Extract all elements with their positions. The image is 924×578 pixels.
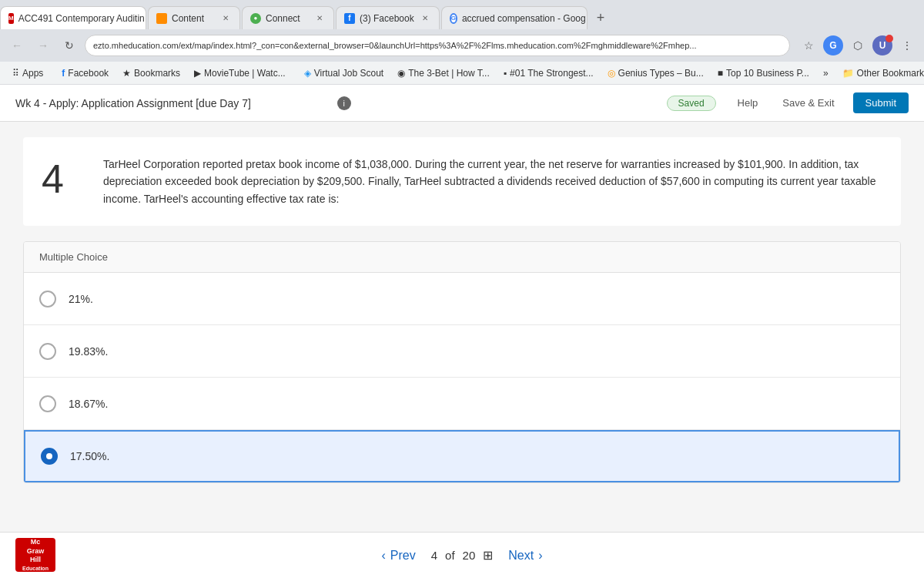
choice-label-1: 21%.	[69, 293, 93, 305]
tab-fb[interactable]: f (3) Facebook ✕	[336, 6, 440, 29]
total-pages: 20	[463, 549, 476, 562]
folder-icon: 📁	[842, 68, 854, 79]
top-bar: Wk 4 - Apply: Application Assignment [du…	[0, 85, 924, 122]
favicon-connect-icon: ●	[250, 13, 261, 24]
logo-line3: Hill	[30, 556, 41, 565]
page-content: Wk 4 - Apply: Application Assignment [du…	[0, 85, 924, 578]
profile-circle-icon[interactable]: G	[822, 35, 844, 56]
nav-position: 4 of 20 ⊞	[431, 548, 494, 563]
bookmark-apps-label: Apps	[22, 68, 43, 79]
favicon-g-icon: G	[450, 13, 457, 24]
bookmark-business-label: Top 10 Business P...	[726, 68, 809, 79]
question-number: 4	[42, 156, 88, 207]
bookmark-strongest-label: #01 The Strongest...	[510, 68, 594, 79]
extensions-icon[interactable]: ⬡	[847, 35, 869, 56]
logo-line2: Graw	[27, 547, 45, 556]
bookmark-genius-label: Genius Types – Bu...	[618, 68, 704, 79]
tab-connect-label: Connect	[266, 13, 300, 24]
fb-bookmark-icon: f	[62, 68, 65, 79]
bet-icon: ◉	[397, 68, 405, 79]
choice-radio-2[interactable]	[39, 343, 56, 360]
choice-row-2[interactable]: 19.83%.	[24, 325, 900, 378]
top-bar-actions: Help Save & Exit Submit	[732, 92, 909, 113]
profile-button[interactable]: U	[872, 35, 893, 56]
strongest-icon: ▪	[504, 68, 507, 79]
tab-content[interactable]: Content ✕	[148, 6, 240, 29]
choice-label-3: 18.67%.	[69, 398, 108, 410]
bookmark-jobscout-label: Virtual Job Scout	[314, 68, 384, 79]
question-text: TarHeel Corporation reported pretax book…	[103, 156, 882, 207]
choice-row-3[interactable]: 18.67%.	[24, 378, 900, 430]
tab-acc-label: ACC491 Contemporary Auditin	[18, 13, 145, 24]
address-bar: ← → ↻ ezto.mheducation.com/ext/map/index…	[0, 29, 924, 62]
bookmark-genius[interactable]: ◎ Genius Types – Bu...	[601, 64, 710, 82]
bookmark-movietube[interactable]: ▶ MovieTube | Watc...	[188, 64, 292, 82]
tab-fb-label: (3) Facebook	[360, 13, 414, 24]
question-area: 4 TarHeel Corporation reported pretax bo…	[0, 122, 924, 532]
apps-icon: ⠿	[12, 68, 19, 79]
bookmark-other[interactable]: 📁 Other Bookmarks	[836, 64, 924, 82]
profile-avatar: G	[823, 35, 843, 55]
favicon-acc-icon: M	[8, 13, 14, 24]
choices-card: Multiple Choice 21%. 19.83%. 18.67%. 17.…	[23, 241, 901, 483]
bookmark-bet-label: The 3-Bet | How T...	[408, 68, 490, 79]
genius-icon: ◎	[608, 68, 615, 79]
choice-row-4[interactable]: 17.50%.	[24, 430, 900, 482]
prev-label: Prev	[390, 549, 416, 563]
tab-content-label: Content	[172, 13, 204, 24]
info-icon[interactable]: i	[337, 96, 351, 110]
choice-row-1[interactable]: 21%.	[24, 273, 900, 325]
movietube-icon: ▶	[194, 68, 201, 79]
more-label: »	[823, 68, 829, 79]
next-chevron-icon: ›	[538, 549, 542, 563]
choice-radio-3[interactable]	[39, 395, 56, 412]
tab-google-label: accrued compensation - Goog	[462, 13, 586, 24]
bookmark-apps[interactable]: ⠿ Apps	[6, 64, 49, 82]
choice-label-2: 19.83%.	[69, 345, 108, 358]
choice-label-4: 17.50%.	[70, 450, 109, 462]
business-icon: ■	[718, 68, 723, 79]
tab-bar: M ACC491 Contemporary Auditin ✕ Content …	[0, 0, 924, 29]
mcgraw-hill-logo: Mc Graw Hill Education	[15, 538, 55, 572]
address-input[interactable]: ezto.mheducation.com/ext/map/index.html?…	[85, 35, 790, 56]
next-label: Next	[508, 549, 534, 563]
choice-radio-1[interactable]	[39, 291, 56, 307]
bookmark-business[interactable]: ■ Top 10 Business P...	[711, 64, 815, 82]
save-exit-button[interactable]: Save & Exit	[776, 94, 840, 112]
bookmark-facebook-label: Facebook	[68, 68, 109, 79]
question-card: 4 TarHeel Corporation reported pretax bo…	[23, 137, 901, 226]
back-button[interactable]: ←	[6, 35, 28, 56]
bookmark-jobscout[interactable]: ◈ Virtual Job Scout	[298, 64, 390, 82]
bookmark-strongest[interactable]: ▪ #01 The Strongest...	[497, 64, 600, 82]
prev-button[interactable]: ‹ Prev	[381, 549, 415, 563]
tab-connect[interactable]: ● Connect ✕	[242, 6, 334, 29]
of-label: of	[445, 549, 455, 562]
reload-button[interactable]: ↻	[59, 35, 80, 56]
menu-icon[interactable]: ⋮	[896, 35, 918, 56]
bookmark-bookmarks[interactable]: ★ Bookmarks	[116, 64, 186, 82]
jobscout-icon: ◈	[304, 68, 311, 79]
forward-button[interactable]: →	[32, 35, 54, 56]
tab-acc[interactable]: M ACC491 Contemporary Auditin ✕	[0, 6, 146, 29]
tab-connect-close[interactable]: ✕	[313, 12, 326, 25]
favicon-content-icon	[156, 13, 167, 24]
bookmark-bet[interactable]: ◉ The 3-Bet | How T...	[391, 64, 496, 82]
bookmarks-bar: ⠿ Apps f Facebook ★ Bookmarks ▶ MovieTub…	[0, 62, 924, 85]
grid-icon[interactable]: ⊞	[483, 548, 493, 563]
submit-button[interactable]: Submit	[853, 92, 909, 113]
next-button[interactable]: Next ›	[508, 549, 542, 563]
bookmark-facebook[interactable]: f Facebook	[55, 64, 115, 82]
bookmark-other-label: Other Bookmarks	[857, 68, 924, 79]
bookmark-more[interactable]: »	[817, 64, 835, 82]
logo-line4: Education	[22, 565, 49, 572]
choices-header: Multiple Choice	[24, 242, 900, 273]
bookmark-star-icon[interactable]: ☆	[798, 35, 819, 56]
help-button[interactable]: Help	[732, 94, 765, 112]
tab-content-close[interactable]: ✕	[219, 12, 232, 25]
choice-radio-4[interactable]	[41, 448, 58, 465]
tab-fb-close[interactable]: ✕	[419, 12, 431, 25]
logo-line1: Mc	[31, 538, 41, 547]
prev-chevron-icon: ‹	[381, 549, 385, 563]
new-tab-button[interactable]: +	[589, 6, 613, 29]
tab-google[interactable]: G accrued compensation - Goog ✕	[441, 6, 588, 29]
